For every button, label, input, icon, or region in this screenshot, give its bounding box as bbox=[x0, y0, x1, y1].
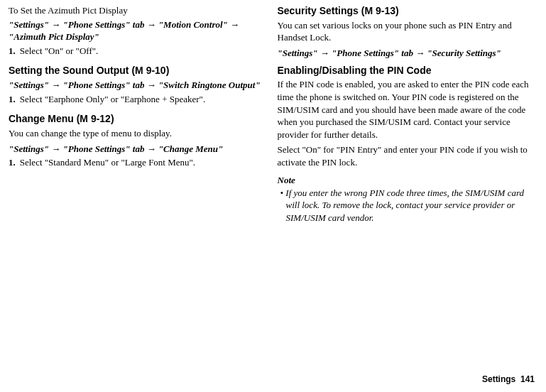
security-mtag: (M 9-13) bbox=[361, 5, 399, 16]
left-column: To Set the Azimuth Pict Display "Setting… bbox=[9, 4, 273, 224]
pin-para-2: Select "On" for "PIN Entry" and enter yo… bbox=[278, 143, 538, 168]
note-label: Note bbox=[278, 174, 538, 187]
footer-page: 141 bbox=[520, 374, 535, 384]
azimuth-step-text: Select "On" or "Off". bbox=[20, 45, 99, 56]
azimuth-step: 1.Select "On" or "Off". bbox=[9, 45, 263, 58]
sound-path: "Settings" → "Phone Settings" tab → "Swi… bbox=[9, 79, 263, 92]
footer-section: Settings bbox=[482, 374, 515, 384]
menu-mtag: (M 9-12) bbox=[77, 113, 114, 124]
security-intro: You can set various locks on your phone … bbox=[278, 19, 538, 44]
menu-intro: You can change the type of menu to displ… bbox=[9, 127, 263, 140]
menu-step: 1.Select "Standard Menu" or "Large Font … bbox=[9, 156, 263, 169]
azimuth-title: To Set the Azimuth Pict Display bbox=[9, 4, 263, 17]
page: To Set the Azimuth Pict Display "Setting… bbox=[0, 0, 546, 224]
note-body: • If you enter the wrong PIN code three … bbox=[278, 187, 538, 224]
sound-title: Setting the Sound Output bbox=[9, 65, 129, 76]
menu-heading: Change Menu (M 9-12) bbox=[9, 112, 263, 126]
sound-step: 1.Select "Earphone Only" or "Earphone + … bbox=[9, 93, 263, 106]
menu-step-text: Select "Standard Menu" or "Large Font Me… bbox=[20, 157, 195, 168]
sound-step-num: 1. bbox=[9, 94, 20, 104]
sound-heading: Setting the Sound Output (M 9-10) bbox=[9, 64, 263, 77]
azimuth-path: "Settings" → "Phone Settings" tab → "Mot… bbox=[9, 18, 263, 43]
page-footer: Settings 141 bbox=[482, 374, 535, 385]
menu-step-num: 1. bbox=[9, 157, 20, 168]
sound-step-text: Select "Earphone Only" or "Earphone + Sp… bbox=[20, 94, 205, 104]
sound-mtag: (M 9-10) bbox=[131, 65, 169, 76]
security-heading: Security Settings (M 9-13) bbox=[278, 4, 538, 18]
security-title: Security Settings bbox=[278, 5, 359, 16]
security-path: "Settings" → "Phone Settings" tab → "Sec… bbox=[278, 47, 538, 60]
right-column: Security Settings (M 9-13) You can set v… bbox=[273, 4, 538, 224]
menu-title: Change Menu bbox=[9, 113, 74, 124]
pin-heading: Enabling/Disabling the PIN Code bbox=[278, 64, 538, 77]
pin-para-1: If the PIN code is enabled, you are aske… bbox=[278, 78, 538, 141]
azimuth-step-num: 1. bbox=[9, 45, 20, 56]
menu-path: "Settings" → "Phone Settings" tab → "Cha… bbox=[9, 143, 263, 156]
